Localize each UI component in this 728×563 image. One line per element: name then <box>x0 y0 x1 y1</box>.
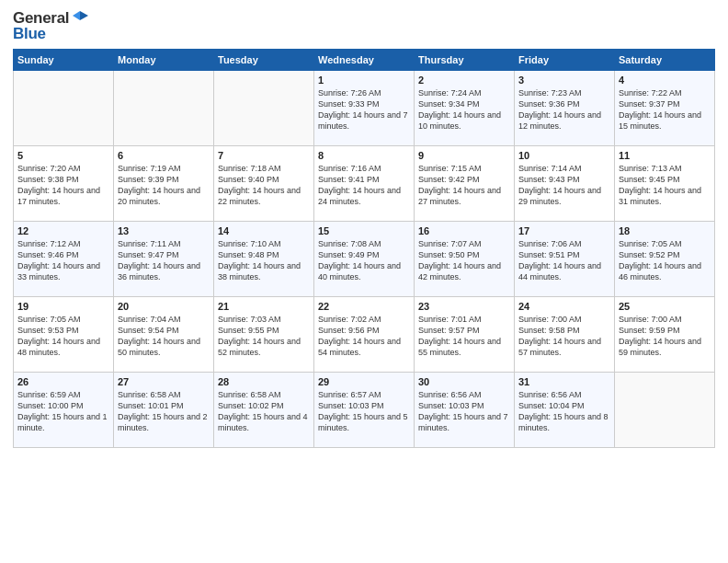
calendar-table: SundayMondayTuesdayWednesdayThursdayFrid… <box>13 49 715 448</box>
day-number: 2 <box>418 75 510 86</box>
day-number: 8 <box>318 150 410 161</box>
calendar-cell: 24Sunrise: 7:00 AMSunset: 9:58 PMDayligh… <box>515 297 615 373</box>
cell-content: Sunrise: 7:19 AMSunset: 9:39 PMDaylight:… <box>118 163 210 208</box>
day-number: 29 <box>318 376 410 387</box>
svg-marker-0 <box>80 11 88 20</box>
cell-content: Sunrise: 7:03 AMSunset: 9:55 PMDaylight:… <box>218 314 310 359</box>
cell-content: Sunrise: 7:08 AMSunset: 9:49 PMDaylight:… <box>318 238 410 283</box>
cell-content: Sunrise: 7:00 AMSunset: 9:59 PMDaylight:… <box>619 314 711 359</box>
day-number: 16 <box>418 225 510 236</box>
day-number: 23 <box>418 301 510 312</box>
day-header-thursday: Thursday <box>415 50 515 71</box>
cell-content: Sunrise: 7:26 AMSunset: 9:33 PMDaylight:… <box>318 87 410 132</box>
day-number: 17 <box>518 225 610 236</box>
calendar-cell: 19Sunrise: 7:05 AMSunset: 9:53 PMDayligh… <box>14 297 114 373</box>
day-number: 3 <box>518 75 610 86</box>
cell-content: Sunrise: 6:59 AMSunset: 10:00 PMDaylight… <box>17 389 109 434</box>
day-number: 1 <box>318 75 410 86</box>
cell-content: Sunrise: 7:04 AMSunset: 9:54 PMDaylight:… <box>118 314 210 359</box>
cell-content: Sunrise: 7:10 AMSunset: 9:48 PMDaylight:… <box>218 238 310 283</box>
calendar-cell: 11Sunrise: 7:13 AMSunset: 9:45 PMDayligh… <box>615 146 715 222</box>
cell-content: Sunrise: 6:57 AMSunset: 10:03 PMDaylight… <box>318 389 410 434</box>
cell-content: Sunrise: 7:02 AMSunset: 9:56 PMDaylight:… <box>318 314 410 359</box>
calendar-cell: 29Sunrise: 6:57 AMSunset: 10:03 PMDaylig… <box>314 373 415 448</box>
calendar-cell: 23Sunrise: 7:01 AMSunset: 9:57 PMDayligh… <box>415 297 515 373</box>
day-number: 28 <box>218 376 310 387</box>
day-number: 14 <box>218 225 310 236</box>
calendar-cell: 3Sunrise: 7:23 AMSunset: 9:36 PMDaylight… <box>515 71 615 146</box>
calendar-cell: 28Sunrise: 6:58 AMSunset: 10:02 PMDaylig… <box>214 373 314 448</box>
day-number: 6 <box>118 150 210 161</box>
calendar-cell: 18Sunrise: 7:05 AMSunset: 9:52 PMDayligh… <box>615 222 715 297</box>
day-number: 24 <box>518 301 610 312</box>
week-row-3: 12Sunrise: 7:12 AMSunset: 9:46 PMDayligh… <box>14 222 715 297</box>
day-number: 30 <box>418 376 510 387</box>
day-header-friday: Friday <box>515 50 615 71</box>
cell-content: Sunrise: 7:22 AMSunset: 9:37 PMDaylight:… <box>619 87 711 132</box>
cell-content: Sunrise: 7:23 AMSunset: 9:36 PMDaylight:… <box>518 87 610 132</box>
calendar-cell <box>615 373 715 448</box>
cell-content: Sunrise: 7:13 AMSunset: 9:45 PMDaylight:… <box>619 163 711 208</box>
calendar-cell: 21Sunrise: 7:03 AMSunset: 9:55 PMDayligh… <box>214 297 314 373</box>
cell-content: Sunrise: 7:07 AMSunset: 9:50 PMDaylight:… <box>418 238 510 283</box>
day-header-sunday: Sunday <box>14 50 114 71</box>
cell-content: Sunrise: 7:20 AMSunset: 9:38 PMDaylight:… <box>17 163 109 208</box>
day-headers-row: SundayMondayTuesdayWednesdayThursdayFrid… <box>14 50 715 71</box>
cell-content: Sunrise: 7:15 AMSunset: 9:42 PMDaylight:… <box>418 163 510 208</box>
day-header-wednesday: Wednesday <box>314 50 415 71</box>
week-row-5: 26Sunrise: 6:59 AMSunset: 10:00 PMDaylig… <box>14 373 715 448</box>
day-number: 26 <box>17 376 109 387</box>
calendar-cell: 2Sunrise: 7:24 AMSunset: 9:34 PMDaylight… <box>415 71 515 146</box>
day-number: 10 <box>518 150 610 161</box>
day-number: 25 <box>619 301 711 312</box>
day-number: 19 <box>17 301 109 312</box>
day-number: 9 <box>418 150 510 161</box>
cell-content: Sunrise: 7:12 AMSunset: 9:46 PMDaylight:… <box>17 238 109 283</box>
calendar-cell: 1Sunrise: 7:26 AMSunset: 9:33 PMDaylight… <box>314 71 415 146</box>
day-number: 5 <box>17 150 109 161</box>
cell-content: Sunrise: 7:11 AMSunset: 9:47 PMDaylight:… <box>118 238 210 283</box>
day-number: 22 <box>318 301 410 312</box>
day-number: 12 <box>17 225 109 236</box>
day-number: 18 <box>619 225 711 236</box>
day-header-monday: Monday <box>114 50 214 71</box>
calendar-cell: 31Sunrise: 6:56 AMSunset: 10:04 PMDaylig… <box>515 373 615 448</box>
logo-blue: Blue <box>13 25 46 43</box>
day-number: 15 <box>318 225 410 236</box>
cell-content: Sunrise: 6:56 AMSunset: 10:03 PMDaylight… <box>418 389 510 434</box>
calendar-cell: 13Sunrise: 7:11 AMSunset: 9:47 PMDayligh… <box>114 222 214 297</box>
calendar-container: General Blue SundayMondayTuesdayWednesda… <box>0 0 728 457</box>
cell-content: Sunrise: 7:16 AMSunset: 9:41 PMDaylight:… <box>318 163 410 208</box>
cell-content: Sunrise: 7:18 AMSunset: 9:40 PMDaylight:… <box>218 163 310 208</box>
calendar-cell: 22Sunrise: 7:02 AMSunset: 9:56 PMDayligh… <box>314 297 415 373</box>
calendar-cell: 26Sunrise: 6:59 AMSunset: 10:00 PMDaylig… <box>14 373 114 448</box>
day-number: 27 <box>118 376 210 387</box>
day-header-tuesday: Tuesday <box>214 50 314 71</box>
calendar-cell: 16Sunrise: 7:07 AMSunset: 9:50 PMDayligh… <box>415 222 515 297</box>
day-number: 4 <box>619 75 711 86</box>
calendar-cell: 9Sunrise: 7:15 AMSunset: 9:42 PMDaylight… <box>415 146 515 222</box>
calendar-cell: 8Sunrise: 7:16 AMSunset: 9:41 PMDaylight… <box>314 146 415 222</box>
cell-content: Sunrise: 6:58 AMSunset: 10:01 PMDaylight… <box>118 389 210 434</box>
calendar-cell: 15Sunrise: 7:08 AMSunset: 9:49 PMDayligh… <box>314 222 415 297</box>
week-row-2: 5Sunrise: 7:20 AMSunset: 9:38 PMDaylight… <box>14 146 715 222</box>
calendar-cell <box>114 71 214 146</box>
cell-content: Sunrise: 6:58 AMSunset: 10:02 PMDaylight… <box>218 389 310 434</box>
calendar-cell: 30Sunrise: 6:56 AMSunset: 10:03 PMDaylig… <box>415 373 515 448</box>
day-number: 13 <box>118 225 210 236</box>
cell-content: Sunrise: 6:56 AMSunset: 10:04 PMDaylight… <box>518 389 610 434</box>
calendar-cell: 10Sunrise: 7:14 AMSunset: 9:43 PMDayligh… <box>515 146 615 222</box>
calendar-cell <box>214 71 314 146</box>
day-number: 31 <box>518 376 610 387</box>
cell-content: Sunrise: 7:06 AMSunset: 9:51 PMDaylight:… <box>518 238 610 283</box>
cell-content: Sunrise: 7:24 AMSunset: 9:34 PMDaylight:… <box>418 87 510 132</box>
cell-content: Sunrise: 7:14 AMSunset: 9:43 PMDaylight:… <box>518 163 610 208</box>
week-row-4: 19Sunrise: 7:05 AMSunset: 9:53 PMDayligh… <box>14 297 715 373</box>
calendar-cell: 27Sunrise: 6:58 AMSunset: 10:01 PMDaylig… <box>114 373 214 448</box>
calendar-cell: 12Sunrise: 7:12 AMSunset: 9:46 PMDayligh… <box>14 222 114 297</box>
calendar-cell: 5Sunrise: 7:20 AMSunset: 9:38 PMDaylight… <box>14 146 114 222</box>
calendar-cell: 17Sunrise: 7:06 AMSunset: 9:51 PMDayligh… <box>515 222 615 297</box>
cell-content: Sunrise: 7:05 AMSunset: 9:53 PMDaylight:… <box>17 314 109 359</box>
calendar-cell <box>14 71 114 146</box>
logo-flag-icon <box>71 9 89 28</box>
